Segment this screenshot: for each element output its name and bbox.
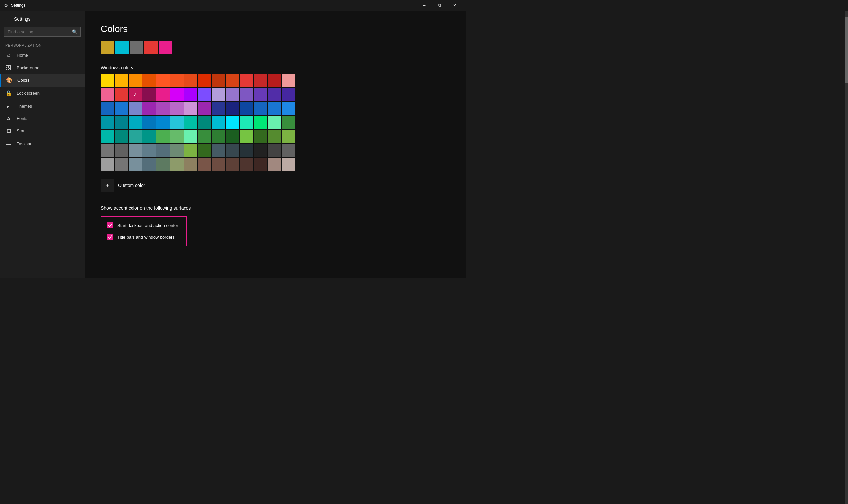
- search-box[interactable]: 🔍: [4, 27, 81, 37]
- color-cell[interactable]: [142, 116, 156, 129]
- color-cell[interactable]: [254, 74, 267, 87]
- sidebar-item-fonts[interactable]: A Fonts: [0, 112, 85, 125]
- search-input[interactable]: [7, 30, 69, 34]
- color-cell[interactable]: [268, 130, 281, 143]
- color-cell[interactable]: [282, 158, 295, 171]
- color-cell[interactable]: [128, 116, 142, 129]
- color-cell[interactable]: [254, 144, 267, 157]
- color-cell[interactable]: [170, 74, 183, 87]
- back-button[interactable]: ← Settings: [0, 13, 85, 24]
- color-cell[interactable]: [212, 116, 225, 129]
- color-cell[interactable]: [254, 130, 267, 143]
- color-cell[interactable]: [212, 158, 225, 171]
- close-button[interactable]: ✕: [447, 0, 462, 11]
- color-cell[interactable]: [226, 144, 239, 157]
- color-cell[interactable]: [184, 116, 197, 129]
- color-cell[interactable]: [184, 102, 197, 115]
- color-cell[interactable]: [101, 74, 114, 87]
- custom-color-button[interactable]: + Custom color: [101, 179, 450, 192]
- sidebar-item-home[interactable]: ⌂ Home: [0, 49, 85, 61]
- color-cell[interactable]: [212, 102, 225, 115]
- color-cell[interactable]: [240, 74, 253, 87]
- color-cell[interactable]: [282, 102, 295, 115]
- color-cell[interactable]: [170, 102, 183, 115]
- color-cell[interactable]: [101, 88, 114, 101]
- checkbox-row-taskbar[interactable]: Start, taskbar, and action center: [105, 219, 182, 231]
- color-cell[interactable]: [240, 144, 253, 157]
- color-cell[interactable]: [184, 144, 197, 157]
- color-cell[interactable]: [282, 74, 295, 87]
- color-cell[interactable]: [101, 116, 114, 129]
- color-cell[interactable]: [198, 158, 211, 171]
- color-cell[interactable]: [240, 102, 253, 115]
- color-cell[interactable]: [101, 102, 114, 115]
- color-cell[interactable]: [142, 88, 156, 101]
- color-cell[interactable]: [156, 102, 170, 115]
- color-cell[interactable]: [268, 88, 281, 101]
- color-cell[interactable]: [254, 102, 267, 115]
- color-cell[interactable]: [142, 102, 156, 115]
- color-cell[interactable]: [226, 130, 239, 143]
- color-cell[interactable]: [254, 116, 267, 129]
- color-cell[interactable]: [240, 130, 253, 143]
- color-cell[interactable]: [268, 144, 281, 157]
- sidebar-item-background[interactable]: 🖼 Background: [0, 61, 85, 74]
- color-cell[interactable]: [114, 158, 128, 171]
- color-cell[interactable]: [226, 88, 239, 101]
- color-cell[interactable]: [170, 144, 183, 157]
- color-cell[interactable]: [142, 158, 156, 171]
- color-cell[interactable]: [114, 130, 128, 143]
- color-cell[interactable]: [198, 144, 211, 157]
- color-cell[interactable]: [226, 158, 239, 171]
- sidebar-item-colors[interactable]: 🎨 Colors: [0, 74, 85, 87]
- color-cell[interactable]: [114, 144, 128, 157]
- color-cell[interactable]: [254, 88, 267, 101]
- color-cell[interactable]: [240, 116, 253, 129]
- color-cell[interactable]: [282, 88, 295, 101]
- color-cell[interactable]: [212, 88, 225, 101]
- color-cell[interactable]: [170, 88, 183, 101]
- color-cell[interactable]: [240, 158, 253, 171]
- color-cell[interactable]: [184, 130, 197, 143]
- color-cell[interactable]: [114, 74, 128, 87]
- color-cell[interactable]: [212, 74, 225, 87]
- color-cell[interactable]: [101, 144, 114, 157]
- color-cell[interactable]: [282, 116, 295, 129]
- color-cell[interactable]: [226, 74, 239, 87]
- color-cell-selected[interactable]: [128, 88, 142, 101]
- color-cell[interactable]: [156, 144, 170, 157]
- color-cell[interactable]: [268, 74, 281, 87]
- color-cell[interactable]: [156, 88, 170, 101]
- color-cell[interactable]: [156, 116, 170, 129]
- checkbox-row-titlebars[interactable]: Title bars and window borders: [105, 231, 182, 243]
- color-cell[interactable]: [198, 88, 211, 101]
- color-cell[interactable]: [101, 130, 114, 143]
- color-cell[interactable]: [282, 130, 295, 143]
- color-cell[interactable]: [128, 130, 142, 143]
- color-cell[interactable]: [128, 158, 142, 171]
- color-cell[interactable]: [184, 158, 197, 171]
- sidebar-item-start[interactable]: ⊞ Start: [0, 125, 85, 138]
- color-cell[interactable]: [254, 158, 267, 171]
- color-cell[interactable]: [240, 88, 253, 101]
- maximize-button[interactable]: ⧉: [432, 0, 447, 11]
- color-cell[interactable]: [142, 144, 156, 157]
- color-cell[interactable]: [128, 144, 142, 157]
- color-cell[interactable]: [226, 102, 239, 115]
- color-cell[interactable]: [170, 130, 183, 143]
- color-cell[interactable]: [198, 116, 211, 129]
- color-cell[interactable]: [198, 130, 211, 143]
- sidebar-item-lockscreen[interactable]: 🔒 Lock screen: [0, 87, 85, 100]
- color-cell[interactable]: [226, 116, 239, 129]
- sidebar-item-taskbar[interactable]: ▬ Taskbar: [0, 138, 85, 150]
- color-cell[interactable]: [184, 88, 197, 101]
- color-cell[interactable]: [128, 74, 142, 87]
- color-cell[interactable]: [156, 130, 170, 143]
- color-cell[interactable]: [114, 116, 128, 129]
- color-cell[interactable]: [128, 102, 142, 115]
- color-cell[interactable]: [156, 158, 170, 171]
- color-cell[interactable]: [184, 74, 197, 87]
- color-cell[interactable]: [170, 116, 183, 129]
- color-cell[interactable]: [198, 102, 211, 115]
- color-cell[interactable]: [268, 158, 281, 171]
